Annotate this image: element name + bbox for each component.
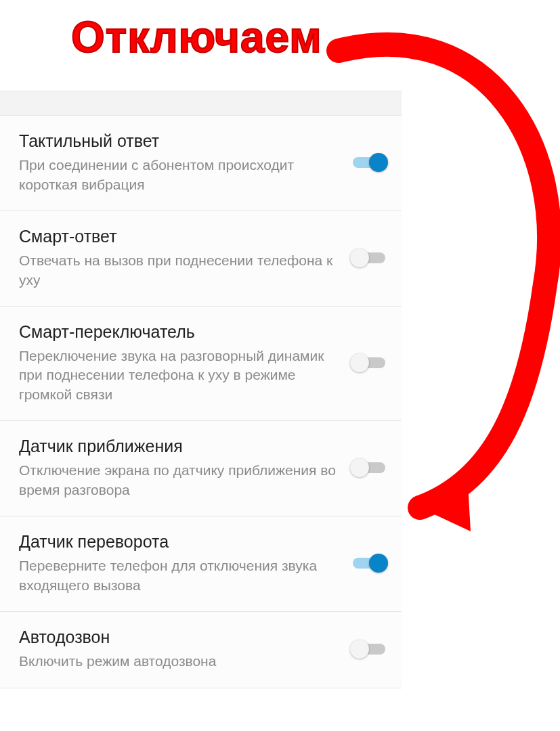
annotation-title: Отключаем	[71, 12, 322, 62]
setting-text: Датчик переворота Переверните телефон дл…	[19, 531, 350, 595]
setting-row-proximity-sensor[interactable]: Датчик приближения Отключение экрана по …	[0, 421, 402, 516]
setting-description: Переключение звука на разговорный динами…	[19, 347, 339, 404]
switch-thumb	[350, 353, 369, 372]
setting-title: Смарт-переключатель	[19, 322, 339, 342]
toggle-tactile-response[interactable]	[350, 152, 388, 173]
toggle-smart-switch[interactable]	[350, 352, 388, 374]
switch-thumb	[350, 248, 369, 267]
setting-title: Смарт-ответ	[19, 226, 339, 247]
setting-row-smart-switch[interactable]: Смарт-переключатель Переключение звука н…	[0, 307, 402, 421]
switch-thumb	[350, 640, 369, 659]
toggle-smart-answer[interactable]	[350, 247, 388, 269]
setting-description: Отключение экрана по датчику приближения…	[19, 461, 339, 500]
setting-description: Переверните телефон для отключения звука…	[19, 556, 339, 595]
setting-description: При соединении с абонентом происходит ко…	[19, 156, 339, 194]
settings-panel: Тактильный ответ При соединении с абонен…	[0, 91, 402, 688]
switch-thumb	[369, 153, 388, 172]
setting-text: Смарт-переключатель Переключение звука н…	[19, 322, 350, 404]
setting-row-tactile-response[interactable]: Тактильный ответ При соединении с абонен…	[0, 116, 402, 211]
setting-title: Тактильный ответ	[19, 131, 339, 152]
setting-row-smart-answer[interactable]: Смарт-ответ Отвечать на вызов при поднес…	[0, 211, 402, 307]
setting-row-flip-sensor[interactable]: Датчик переворота Переверните телефон дл…	[0, 516, 402, 612]
toggle-flip-sensor[interactable]	[350, 552, 388, 574]
toggle-auto-redial[interactable]	[350, 638, 388, 660]
setting-text: Смарт-ответ Отвечать на вызов при поднес…	[19, 226, 350, 290]
setting-description: Отвечать на вызов при поднесении телефон…	[19, 251, 339, 290]
setting-text: Датчик приближения Отключение экрана по …	[19, 436, 350, 500]
svg-marker-0	[420, 472, 471, 531]
switch-thumb	[369, 554, 388, 573]
switch-thumb	[350, 458, 369, 477]
setting-text: Тактильный ответ При соединении с абонен…	[19, 131, 350, 194]
setting-text: Автодозвон Включить режим автодозвона	[19, 627, 350, 671]
setting-title: Датчик приближения	[19, 436, 339, 457]
toggle-proximity-sensor[interactable]	[350, 457, 388, 479]
panel-spacer	[0, 91, 402, 116]
setting-title: Автодозвон	[19, 627, 339, 648]
setting-title: Датчик переворота	[19, 531, 339, 552]
setting-description: Включить режим автодозвона	[19, 652, 339, 671]
setting-row-auto-redial[interactable]: Автодозвон Включить режим автодозвона	[0, 612, 402, 688]
